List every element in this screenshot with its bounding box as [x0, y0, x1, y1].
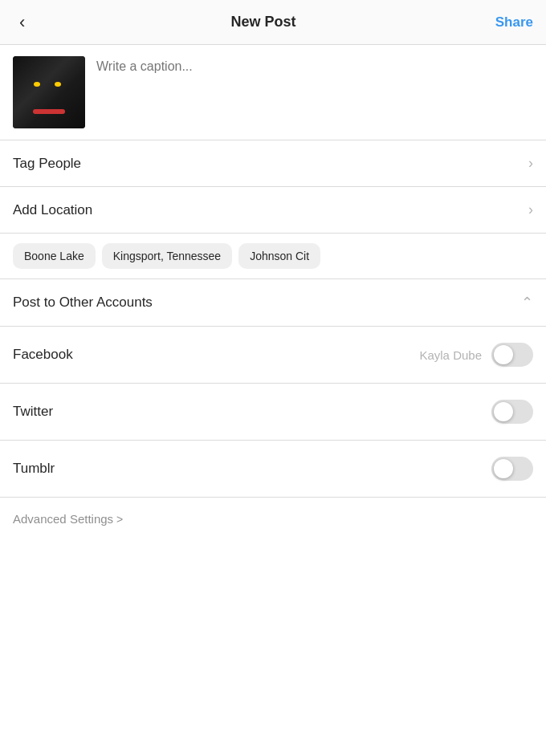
tag-people-row[interactable]: Tag People › [0, 140, 546, 187]
social-platform-label: Twitter [13, 404, 53, 420]
post-thumbnail [13, 56, 85, 128]
toggle-thumb [494, 345, 513, 364]
share-button[interactable]: Share [495, 14, 533, 30]
social-row-right [491, 400, 533, 424]
social-account-row: Tumblr [0, 441, 546, 498]
advanced-settings-label: Advanced Settings [13, 512, 113, 526]
add-location-label: Add Location [13, 202, 92, 218]
toggle-thumb [494, 402, 513, 421]
location-chip[interactable]: Johnson Cit [238, 243, 320, 269]
cat-collar [33, 109, 65, 114]
social-row-right [491, 457, 533, 481]
location-chip[interactable]: Boone Lake [13, 243, 96, 269]
social-toggle[interactable] [491, 343, 533, 367]
social-platform-label: Facebook [13, 347, 73, 363]
social-accounts-list: FacebookKayla DubeTwitterTumblr [0, 327, 546, 498]
post-to-other-accounts-section[interactable]: Post to Other Accounts ⌃ [0, 279, 546, 327]
caption-input[interactable] [96, 56, 533, 120]
social-toggle[interactable] [491, 400, 533, 424]
add-location-row[interactable]: Add Location › [0, 187, 546, 234]
tag-people-label: Tag People [13, 156, 81, 172]
toggle-thumb [494, 459, 513, 478]
social-row-right: Kayla Dube [419, 343, 533, 367]
social-account-row: FacebookKayla Dube [0, 327, 546, 384]
header: ‹ New Post Share [0, 0, 546, 45]
page-title: New Post [231, 14, 296, 30]
social-username: Kayla Dube [419, 348, 482, 362]
advanced-settings-row[interactable]: Advanced Settings > [0, 498, 546, 540]
social-platform-label: Tumblr [13, 461, 55, 477]
chevron-right-icon: › [528, 201, 533, 218]
caption-area [0, 45, 546, 140]
back-button[interactable]: ‹ [13, 9, 31, 36]
cat-eye-left [34, 82, 40, 87]
location-suggestions: Boone LakeKingsport, TennesseeJohnson Ci… [0, 234, 546, 279]
chevron-up-icon: ⌃ [521, 294, 533, 311]
location-chip[interactable]: Kingsport, Tennessee [102, 243, 232, 269]
post-to-other-accounts-label: Post to Other Accounts [13, 295, 153, 311]
chevron-right-icon: › [528, 155, 533, 172]
cat-eye-right [55, 82, 61, 87]
social-toggle[interactable] [491, 457, 533, 481]
advanced-settings-chevron-icon: > [116, 513, 123, 526]
social-account-row: Twitter [0, 384, 546, 441]
